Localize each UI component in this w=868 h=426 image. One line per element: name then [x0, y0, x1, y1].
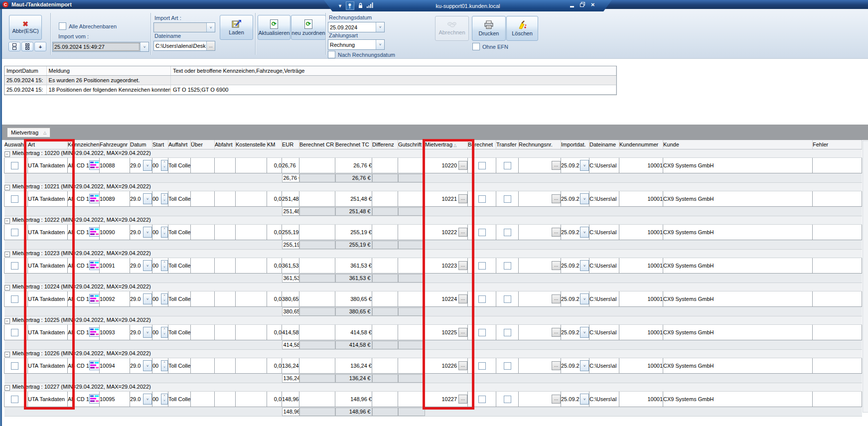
import-vom-combo[interactable]: 25.09.2024 15:49:27 ˅ — [52, 42, 149, 52]
spinner-down-icon[interactable]: ˅ — [161, 165, 167, 170]
spinner-up-icon[interactable]: ˄ — [161, 194, 167, 199]
data-row[interactable]: UTA TankdatenAB CD 11009529.0˅00˄˅Toll C… — [4, 392, 862, 407]
transfer-checkbox[interactable] — [504, 362, 511, 370]
ellipsis-button[interactable]: … — [552, 294, 561, 303]
ellipsis-button[interactable]: … — [458, 228, 467, 237]
spinner-up-icon[interactable]: ˄ — [161, 394, 167, 399]
vertical-scrollbar[interactable] — [863, 141, 868, 413]
ellipsis-button[interactable]: … — [458, 294, 467, 303]
transfer-checkbox[interactable] — [504, 162, 511, 169]
start-spinner[interactable]: ˄˅ — [161, 360, 168, 371]
column-header-gutschrift[interactable]: Gutschrift — [398, 140, 425, 149]
berechnet-checkbox[interactable] — [478, 295, 486, 303]
chevron-down-icon[interactable]: ˅ — [143, 260, 152, 271]
data-row[interactable]: UTA TankdatenAB CD 11009129.0˅00˄˅Toll C… — [4, 258, 862, 274]
column-header-berechnet_tc[interactable]: Berechnet TC — [335, 140, 372, 149]
row-select-checkbox[interactable] — [11, 295, 18, 303]
spinner-down-icon[interactable]: ˅ — [161, 266, 167, 271]
collapse-group-button[interactable]: − — [4, 218, 10, 224]
zahlungsart-combo[interactable]: Rechnung ˅ — [328, 39, 385, 50]
berechnet-checkbox[interactable] — [478, 396, 486, 403]
data-row[interactable]: UTA TankdatenAB CD 11009229.0˅00˄˅Toll C… — [4, 291, 862, 307]
ellipsis-button[interactable]: … — [552, 194, 561, 203]
transfer-checkbox[interactable] — [504, 396, 511, 403]
chevron-down-icon[interactable]: ˅ — [143, 327, 152, 338]
ellipsis-button[interactable]: … — [552, 328, 561, 337]
column-header-fahrzeugnr[interactable]: Fahrzeugnr — [100, 140, 130, 149]
column-header-eur[interactable]: EUR — [282, 140, 299, 149]
column-header-kostenstelle[interactable]: Kostenstelle — [236, 140, 267, 149]
row-select-checkbox[interactable] — [11, 362, 18, 370]
collapse-groups-button[interactable] — [8, 42, 20, 51]
berechnet-checkbox[interactable] — [478, 262, 486, 270]
start-spinner[interactable]: ˄˅ — [161, 160, 168, 171]
berechnet-checkbox[interactable] — [478, 229, 486, 236]
chevron-down-icon[interactable]: ˅ — [580, 160, 589, 171]
berechnet-checkbox[interactable] — [478, 195, 486, 203]
column-header-kunde[interactable]: Kunde — [663, 140, 813, 149]
expand-groups-button[interactable] — [21, 42, 33, 51]
transfer-checkbox[interactable] — [504, 195, 511, 203]
checkbox-box[interactable] — [328, 51, 335, 58]
row-select-checkbox[interactable] — [11, 162, 18, 169]
data-row[interactable]: UTA TankdatenAB CD 11008829.0˅00˄˅Toll C… — [4, 158, 862, 173]
restore-icon[interactable] — [580, 2, 585, 8]
chevron-down-icon[interactable]: ˅ — [143, 227, 152, 238]
ellipsis-button[interactable]: … — [458, 328, 467, 337]
data-row[interactable]: UTA TankdatenAB CD 11009029.0˅00˄˅Toll C… — [4, 225, 862, 240]
checkbox-box[interactable] — [59, 22, 66, 30]
spinner-down-icon[interactable]: ˅ — [161, 232, 167, 237]
column-header-kennzeichen[interactable]: Kennzeichen — [68, 140, 100, 149]
ellipsis-button[interactable]: … — [458, 194, 467, 203]
transfer-checkbox[interactable] — [504, 229, 511, 236]
start-spinner[interactable]: ˄˅ — [161, 293, 168, 304]
drucken-button[interactable]: Drucken — [472, 16, 506, 41]
start-spinner[interactable]: ˄˅ — [161, 193, 168, 204]
chevron-down-icon[interactable]: ˅ — [580, 293, 589, 304]
chevron-down-icon[interactable]: ˅ — [376, 40, 384, 49]
rechnungsdatum-combo[interactable]: 25.09.2024 ˅ — [328, 22, 385, 32]
column-header-art[interactable]: Art — [28, 140, 68, 149]
column-header-fehler[interactable]: Fehler — [813, 140, 862, 149]
spinner-up-icon[interactable]: ˄ — [161, 227, 167, 232]
spinner-down-icon[interactable]: ˅ — [161, 399, 167, 404]
column-header-start[interactable]: Start — [152, 140, 168, 149]
ellipsis-button[interactable]: … — [552, 228, 561, 237]
ellipsis-button[interactable]: … — [552, 161, 561, 170]
collapse-group-button[interactable]: − — [4, 385, 10, 391]
ellipsis-button[interactable]: … — [458, 361, 467, 370]
column-header-differenz[interactable]: Differenz — [372, 140, 398, 149]
browse-button[interactable]: ... — [206, 41, 215, 50]
aktualisieren-button[interactable]: ⟳ Aktualisieren — [258, 15, 290, 40]
nach-rechnungsdatum-checkbox[interactable]: Nach Rechnungsdatum — [328, 51, 395, 58]
chevron-down-icon[interactable]: ˅ — [580, 193, 589, 204]
ellipsis-button[interactable]: … — [552, 361, 561, 370]
dateiname-input[interactable]: C:\Users\alena\Desk ... — [153, 41, 215, 51]
collapse-group-button[interactable]: − — [4, 185, 10, 190]
row-select-checkbox[interactable] — [11, 229, 18, 236]
chevron-down-icon[interactable]: ˅ — [580, 260, 589, 271]
row-select-checkbox[interactable] — [11, 396, 18, 403]
laden-button[interactable]: Laden — [220, 15, 253, 40]
chevron-down-icon[interactable]: ˅ — [376, 22, 384, 32]
column-header-text[interactable]: Text oder betroffene Kennzeichen,Fahrzeu… — [170, 66, 616, 76]
start-spinner[interactable]: ˄˅ — [161, 394, 168, 405]
column-header-importdat[interactable]: Importdat. — [561, 140, 589, 149]
ellipsis-button[interactable]: … — [552, 261, 561, 270]
add-button[interactable]: + — [34, 42, 46, 51]
spinner-up-icon[interactable]: ˄ — [161, 327, 167, 332]
minimize-icon[interactable] — [570, 6, 574, 7]
alle-abrechenbaren-checkbox[interactable]: Alle Abrechenbaren — [59, 22, 117, 30]
transfer-checkbox[interactable] — [504, 262, 511, 270]
chevron-down-icon[interactable]: ˅ — [143, 360, 152, 371]
ellipsis-button[interactable]: … — [552, 395, 561, 404]
spinner-down-icon[interactable]: ˅ — [161, 199, 167, 204]
column-header-auswahl[interactable]: Auswahl — [4, 140, 28, 149]
spinner-down-icon[interactable]: ˅ — [161, 332, 167, 337]
import-art-combo[interactable]: ˅ — [153, 22, 215, 32]
row-select-checkbox[interactable] — [11, 262, 18, 270]
column-header-berechnet_cr[interactable]: Berechnet CR — [299, 140, 335, 149]
collapse-group-button[interactable]: − — [4, 318, 10, 324]
row-select-checkbox[interactable] — [11, 195, 18, 203]
berechnet-checkbox[interactable] — [478, 362, 486, 370]
